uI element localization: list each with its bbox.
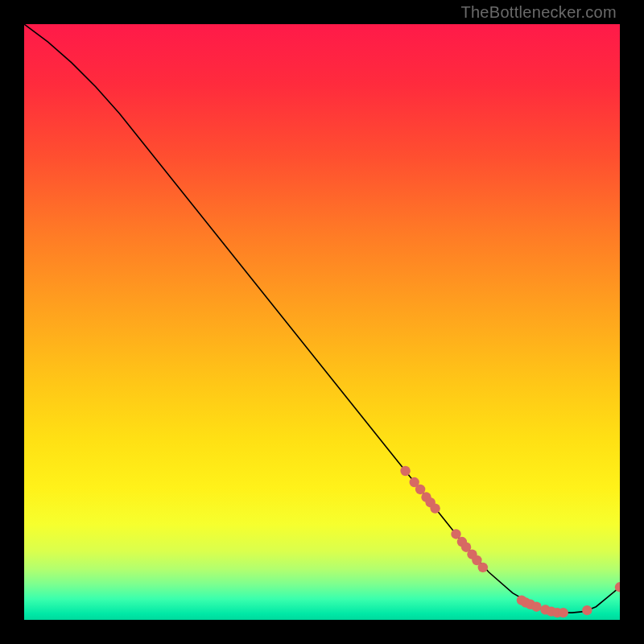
data-marker [531, 602, 541, 612]
data-marker [558, 608, 568, 617]
marker-group [400, 466, 620, 618]
watermark-label: TheBottlenecker.com [460, 3, 617, 22]
curve-layer [24, 24, 620, 620]
data-marker [430, 503, 440, 513]
chart-stage: TheBottlenecker.com [0, 0, 644, 644]
data-marker [400, 466, 410, 476]
data-marker [478, 563, 488, 572]
curve-path [24, 24, 620, 613]
data-marker [582, 605, 592, 615]
plot-area [24, 24, 620, 620]
